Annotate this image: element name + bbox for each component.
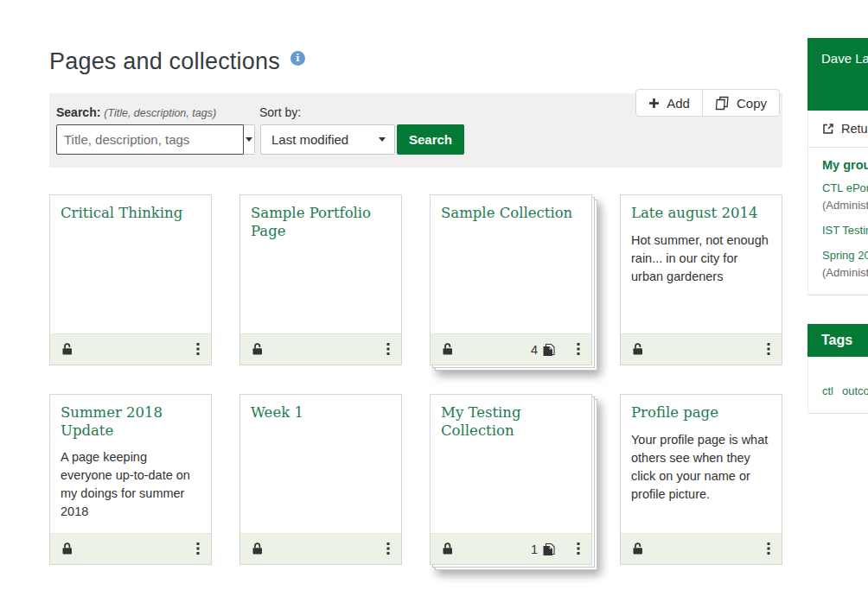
tag-link[interactable]: outcomes: [842, 384, 868, 397]
chevron-down-icon: [246, 137, 252, 142]
ellipsis-menu-icon[interactable]: [196, 542, 200, 555]
search-toolbar: Add Copy Search: (Title, description, ta…: [49, 93, 782, 168]
tags-panel-body: ctl outcomes: [807, 357, 868, 414]
search-hint: (Title, description, tags): [104, 107, 216, 119]
lock-open-icon: [61, 343, 74, 356]
collection-card[interactable]: Sample Collection 4: [430, 194, 592, 365]
add-button-label: Add: [667, 96, 690, 111]
ellipsis-menu-icon[interactable]: [577, 542, 580, 555]
card-footer: [240, 333, 401, 365]
page-count: 4: [531, 343, 556, 357]
group-role: (Administrator): [822, 266, 868, 279]
right-sidebar: Dave Lane Return to site My groups CTL e…: [807, 38, 868, 414]
group-role: (Administrator): [822, 199, 868, 212]
search-input-group: [56, 124, 255, 155]
plus-icon: [648, 98, 660, 109]
card-title[interactable]: Late august 2014: [621, 195, 782, 223]
page-count: 1: [531, 542, 556, 556]
card-description: A page keeping everyone up-to-date on my…: [50, 440, 211, 521]
card-footer: [621, 533, 782, 564]
return-link[interactable]: Return to site: [807, 111, 868, 148]
lock-open-icon: [632, 343, 645, 356]
card-title[interactable]: Sample Portfolio Page: [240, 195, 401, 240]
copy-icon: [715, 96, 730, 111]
user-panel-header[interactable]: Dave Lane: [807, 38, 868, 111]
collection-card[interactable]: My Testing Collection 1: [430, 394, 592, 565]
card-footer: 4: [431, 333, 591, 365]
portfolio-card[interactable]: Profile page Your profile page is what o…: [620, 394, 782, 565]
group-link[interactable]: Spring 2017: [822, 249, 868, 262]
ellipsis-menu-icon[interactable]: [386, 542, 390, 555]
tags-heading: Tags: [821, 333, 852, 347]
add-copy-button-group: Add Copy: [635, 89, 780, 117]
sort-select-value: Last modified: [271, 132, 348, 147]
card-footer: [240, 533, 401, 564]
my-groups-panel: My groups CTL ePortfolio (Administrator)…: [807, 148, 868, 295]
user-name: Dave Lane: [821, 51, 868, 66]
ellipsis-menu-icon[interactable]: [196, 343, 200, 356]
portfolio-card[interactable]: Sample Portfolio Page: [239, 194, 402, 365]
sort-label: Sort by:: [259, 105, 301, 119]
search-button[interactable]: Search: [397, 124, 464, 155]
tags-panel-header: Tags: [807, 324, 868, 357]
card-title[interactable]: Sample Collection: [431, 195, 591, 223]
search-label: Search: (Title, description, tags): [56, 105, 259, 119]
sort-select[interactable]: Last modified: [260, 124, 395, 155]
search-input[interactable]: [56, 124, 244, 155]
tag-link[interactable]: ctl: [822, 384, 833, 397]
main-content: Pages and collections i Add Copy: [49, 0, 782, 565]
card-description: Hot summer, not enough rain... in our ci…: [621, 223, 782, 286]
pages-icon: [542, 343, 556, 357]
lock-open-icon: [442, 343, 455, 356]
card-title[interactable]: Summer 2018 Update: [50, 395, 211, 440]
card-title[interactable]: Profile page: [621, 395, 782, 422]
ellipsis-menu-icon[interactable]: [577, 343, 580, 356]
card-title[interactable]: Week 1: [240, 395, 401, 422]
card-title[interactable]: Critical Thinking: [50, 195, 211, 223]
page-count-value: 4: [531, 343, 538, 357]
lock-closed-icon: [252, 542, 265, 555]
portfolio-card[interactable]: Summer 2018 Update A page keeping everyo…: [49, 394, 212, 565]
ellipsis-menu-icon[interactable]: [767, 542, 770, 555]
return-link-label: Return to site: [841, 122, 868, 136]
pages-icon: [542, 542, 556, 556]
external-link-icon: [822, 123, 834, 135]
portfolio-grid: Critical Thinking Sample Portfolio Page: [49, 194, 782, 565]
my-groups-heading: My groups: [822, 158, 868, 172]
add-button[interactable]: Add: [636, 90, 702, 116]
page-title: Pages and collections: [49, 48, 280, 75]
card-description: Your profile page is what others see whe…: [621, 422, 782, 504]
chevron-down-icon: [379, 137, 386, 142]
group-link[interactable]: IST Testing: [822, 224, 868, 237]
card-footer: [50, 333, 211, 365]
lock-open-icon: [632, 542, 645, 555]
copy-button[interactable]: Copy: [702, 90, 779, 116]
lock-closed-icon: [442, 542, 455, 555]
page-header: Pages and collections i: [49, 48, 782, 75]
portfolio-card[interactable]: Late august 2014 Hot summer, not enough …: [620, 194, 782, 365]
group-link[interactable]: CTL ePortfolio: [822, 181, 868, 194]
card-footer: [621, 333, 782, 365]
portfolio-card[interactable]: Week 1: [239, 394, 402, 565]
page-count-value: 1: [531, 542, 538, 556]
search-field-dropdown-button[interactable]: [244, 124, 255, 155]
ellipsis-menu-icon[interactable]: [386, 343, 390, 356]
ellipsis-menu-icon[interactable]: [767, 343, 770, 356]
card-footer: 1: [431, 533, 591, 564]
lock-open-icon: [252, 343, 265, 356]
copy-button-label: Copy: [737, 96, 767, 111]
info-icon[interactable]: i: [290, 51, 305, 66]
card-title[interactable]: My Testing Collection: [431, 395, 591, 440]
portfolio-card[interactable]: Critical Thinking: [49, 194, 212, 365]
card-footer: [50, 533, 211, 564]
lock-closed-icon: [61, 542, 74, 555]
